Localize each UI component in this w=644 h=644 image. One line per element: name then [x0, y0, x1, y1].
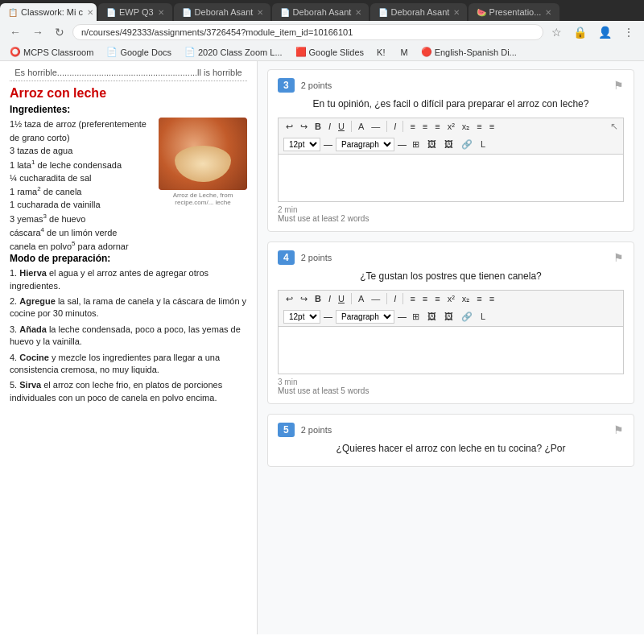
- question-4-flag[interactable]: ⚑: [613, 251, 624, 264]
- paragraph-select-q4[interactable]: Paragraph: [336, 310, 394, 324]
- align-right-btn-q3[interactable]: ≡: [432, 121, 442, 132]
- tab-close-ewp[interactable]: ✕: [158, 8, 164, 17]
- options-separator-q4: —: [398, 312, 407, 321]
- ingredient-8: cáscara4 de un limón verde: [10, 225, 247, 239]
- bookmark-gdocs[interactable]: 📄 Google Docs: [103, 45, 175, 59]
- recipe-bowl: [175, 146, 231, 182]
- link-btn-q4[interactable]: 🔗: [459, 311, 475, 323]
- bookmark-button[interactable]: ☆: [548, 24, 565, 40]
- kahoot-icon: K!: [377, 47, 385, 57]
- bookmark-zoom[interactable]: 📄 2020 Class Zoom L...: [181, 45, 286, 59]
- tab-close-presentation[interactable]: ✕: [545, 8, 551, 17]
- extensions-button[interactable]: 🔒: [570, 24, 590, 40]
- question-3-requirement: Must use at least 2 words: [278, 214, 624, 223]
- bookmark-mcps[interactable]: ⭕ MCPS Classroom: [6, 45, 97, 59]
- recipe-image: [159, 118, 247, 190]
- bookmark-zoom-label: 2020 Class Zoom L...: [198, 47, 283, 57]
- redo-btn-q4[interactable]: ↪: [298, 293, 310, 305]
- fontsize-italic-btn-q4[interactable]: I: [391, 293, 398, 304]
- underline-btn-q4[interactable]: U: [336, 293, 347, 304]
- tab-deborah2[interactable]: 📄 Deborah Asant ✕: [272, 3, 369, 21]
- tab-classwork[interactable]: 📋 Classwork: Mi c ✕: [0, 3, 97, 21]
- font-size-select-q3[interactable]: 12pt: [283, 138, 320, 151]
- undo-btn-q4[interactable]: ↩: [283, 293, 295, 305]
- tab-close-deborah1[interactable]: ✕: [257, 8, 263, 17]
- more-btn-q3[interactable]: L: [478, 138, 488, 150]
- bookmark-kahoot[interactable]: K!: [374, 46, 390, 59]
- fontcolor-btn-q3[interactable]: A: [356, 121, 366, 132]
- fontcolor-btn-q4[interactable]: A: [356, 293, 366, 304]
- italic-btn-q3[interactable]: I: [326, 121, 333, 132]
- question-3-block: 3 2 points ⚑ En tu opinión, ¿es facil o …: [267, 69, 634, 232]
- tab-close-deborah2[interactable]: ✕: [355, 8, 361, 17]
- question-4-meta: 3 min: [278, 378, 624, 386]
- highlight-btn-q4[interactable]: —: [369, 293, 382, 304]
- step-5-rest: el arroz con leche frio, en platos de po…: [10, 380, 222, 402]
- tab-icon-deborah2: 📄: [280, 8, 290, 17]
- paragraph-select-q3[interactable]: Paragraph: [336, 138, 394, 151]
- bookmark-gdocs-label: Google Docs: [120, 47, 171, 57]
- step-4: 4. Cocine y mezcle los ingredientes para…: [10, 352, 247, 377]
- underline-btn-q3[interactable]: U: [336, 121, 347, 132]
- forward-button[interactable]: →: [29, 24, 47, 40]
- subscript-btn-q3[interactable]: x₂: [460, 121, 473, 133]
- img2-btn-q4[interactable]: 🖼: [442, 311, 456, 322]
- align-center-btn-q4[interactable]: ≡: [420, 293, 430, 304]
- img2-btn-q3[interactable]: 🖼: [442, 138, 456, 150]
- address-bar-row: ← → ↻ ☆ 🔒 👤 ⋮: [0, 21, 644, 43]
- fontsize-italic-btn-q3[interactable]: I: [391, 121, 398, 132]
- question-4-number: 4: [278, 250, 295, 265]
- img-btn-q3[interactable]: 🖼: [425, 138, 439, 150]
- bookmark-dict[interactable]: 🔴 English-Spanish Di...: [418, 45, 520, 59]
- question-4-editor[interactable]: [278, 326, 624, 374]
- list2-btn-q3[interactable]: ≡: [487, 121, 497, 132]
- align-left-btn-q3[interactable]: ≡: [407, 121, 417, 132]
- back-button[interactable]: ←: [6, 24, 24, 40]
- step-4-number: 4.: [10, 353, 19, 362]
- table-btn-q4[interactable]: ⊞: [410, 311, 422, 323]
- subscript-btn-q4[interactable]: x₂: [460, 293, 473, 305]
- bookmark-gslides-label: Google Slides: [309, 47, 365, 57]
- tab-close-deborah3[interactable]: ✕: [453, 8, 460, 17]
- highlight-btn-q3[interactable]: —: [369, 121, 382, 132]
- superscript-btn-q4[interactable]: x²: [445, 293, 457, 304]
- bold-btn-q3[interactable]: B: [312, 121, 324, 132]
- list2-btn-q4[interactable]: ≡: [487, 293, 497, 304]
- link-btn-q3[interactable]: 🔗: [459, 138, 475, 151]
- tab-deborah3[interactable]: 📄 Deborah Asant ✕: [370, 3, 467, 21]
- align-right-btn-q4[interactable]: ≡: [432, 293, 442, 304]
- step-3-bold: Añada: [19, 324, 47, 334]
- font-size-select-q4[interactable]: 12pt: [283, 310, 320, 324]
- bookmark-gmail[interactable]: M: [397, 46, 411, 59]
- image-caption: Arroz de Leche, from recipe.com/... lech…: [159, 192, 247, 206]
- align-center-btn-q3[interactable]: ≡: [420, 121, 430, 132]
- separator-q4-2: [386, 293, 387, 304]
- undo-btn-q3[interactable]: ↩: [283, 121, 295, 133]
- redo-btn-q3[interactable]: ↪: [298, 121, 310, 133]
- question-3-editor[interactable]: [278, 154, 624, 202]
- bold-btn-q4[interactable]: B: [312, 293, 324, 304]
- italic-btn-q4[interactable]: I: [326, 293, 333, 304]
- separator-q4-1: [351, 293, 352, 304]
- img-btn-q4[interactable]: 🖼: [425, 311, 439, 322]
- list1-btn-q4[interactable]: ≡: [474, 293, 484, 304]
- tab-ewp[interactable]: 📄 EWP Q3 ✕: [98, 3, 172, 21]
- question-3-flag[interactable]: ⚑: [613, 79, 624, 92]
- tab-icon-presentation: 🍉: [477, 8, 486, 17]
- tab-presentation[interactable]: 🍉 Presentatio... ✕: [469, 3, 560, 21]
- bookmark-gslides[interactable]: 🟥 Google Slides: [292, 45, 368, 59]
- list1-btn-q3[interactable]: ≡: [474, 121, 484, 132]
- address-input[interactable]: [72, 24, 543, 40]
- tab-deborah1[interactable]: 📄 Deborah Asant ✕: [174, 3, 270, 21]
- tab-close-classwork[interactable]: ✕: [87, 8, 93, 17]
- superscript-btn-q3[interactable]: x²: [445, 121, 457, 132]
- reload-button[interactable]: ↻: [52, 24, 68, 40]
- table-btn-q3[interactable]: ⊞: [410, 138, 422, 151]
- question-5-header: 5 2 points ⚑: [278, 423, 624, 437]
- menu-button[interactable]: ⋮: [620, 24, 638, 40]
- question-5-flag[interactable]: ⚑: [613, 423, 624, 436]
- recipe-body: Arroz de Leche, from recipe.com/... lech…: [10, 118, 247, 253]
- profile-button[interactable]: 👤: [595, 24, 615, 40]
- more-btn-q4[interactable]: L: [478, 311, 488, 322]
- align-left-btn-q4[interactable]: ≡: [407, 293, 417, 304]
